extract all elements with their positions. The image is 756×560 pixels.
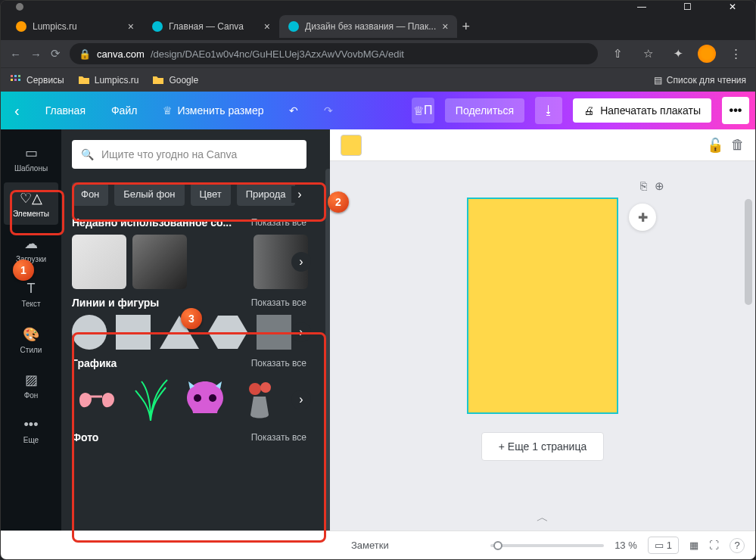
page-count[interactable]: ▭ 1 <box>648 537 679 554</box>
chevron-right-icon[interactable]: › <box>291 186 306 203</box>
shape-hexagon[interactable] <box>208 316 247 349</box>
add-page-button[interactable]: + Еще 1 страница <box>481 432 604 461</box>
shape-rounded[interactable] <box>257 315 291 350</box>
search-placeholder: Ищите что угодно на Canva <box>101 148 237 160</box>
design-page[interactable] <box>467 198 618 414</box>
chip-bg[interactable]: Фон <box>72 182 108 206</box>
rail-text[interactable]: T Текст <box>4 273 58 316</box>
bookmark-lumpics[interactable]: Lumpics.ru <box>78 74 139 86</box>
list-icon: ▤ <box>654 75 662 86</box>
home-link[interactable]: Главная <box>38 100 93 121</box>
search-input[interactable]: 🔍 Ищите что угодно на Canva <box>72 140 306 169</box>
tab-lumpics[interactable]: Lumpics.ru × <box>7 15 143 38</box>
rail-elements[interactable]: ♡△ Элементы <box>4 182 58 225</box>
chevron-right-icon[interactable]: › <box>291 390 311 409</box>
shape-circle[interactable] <box>72 315 107 350</box>
undo-button[interactable]: ↶ <box>282 100 306 121</box>
rail-background[interactable]: ▨ Фон <box>4 364 58 406</box>
download-button[interactable]: ⭳ <box>535 97 562 124</box>
duplicate-page-icon[interactable]: ⎘ <box>640 179 647 193</box>
see-all-shapes[interactable]: Показать все <box>251 297 306 308</box>
print-button[interactable]: 🖨 Напечатать плакаты <box>573 98 711 123</box>
svg-rect-4 <box>14 79 17 81</box>
reading-list[interactable]: ▤ Список для чтения <box>654 75 746 86</box>
min-button[interactable]: — <box>628 0 655 17</box>
share-button[interactable]: Поделиться <box>445 98 524 123</box>
comment-bubble[interactable]: ✚ <box>629 204 656 231</box>
zoom-value[interactable]: 13 % <box>614 540 637 551</box>
annotation-3: 3 <box>181 308 202 329</box>
uploads-icon: ☁ <box>24 235 38 252</box>
lock-icon[interactable]: 🔓 <box>707 137 723 154</box>
templates-icon: ▭ <box>25 145 38 161</box>
graphic-vase[interactable] <box>235 375 284 424</box>
address-bar: ← → ⟳ 🔒 canva.com /design/DAEo1w0v4nc/Gu… <box>1 40 755 67</box>
rail-styles[interactable]: 🎨 Стили <box>4 319 58 361</box>
bookmark-label: Lumpics.ru <box>95 75 139 86</box>
forward-icon[interactable]: → <box>30 48 42 61</box>
graphic-skull[interactable] <box>181 375 229 424</box>
chevron-right-icon[interactable]: › <box>291 252 311 272</box>
back-icon[interactable]: ← <box>10 48 21 61</box>
premium-button[interactable]: ♕ П <box>412 98 434 123</box>
chevron-up-icon[interactable]: ︿ <box>537 510 549 526</box>
bookmark-label: Google <box>169 75 198 86</box>
chip-colors[interactable]: Цвет <box>191 182 231 206</box>
rail-templates[interactable]: ▭ Шаблоны <box>4 137 58 179</box>
url-field[interactable]: 🔒 canva.com /design/DAEo1w0v4nc/GuHELUej… <box>70 43 598 64</box>
redo-button[interactable]: ↷ <box>316 100 341 121</box>
bookmark-google[interactable]: Google <box>152 74 198 86</box>
graphic-glasses[interactable] <box>72 375 120 424</box>
app-menu-dot[interactable] <box>16 3 23 11</box>
bookmark-label: Сервисы <box>26 75 64 86</box>
profile-avatar[interactable] <box>698 45 716 63</box>
chip-nature[interactable]: Природа <box>237 182 295 206</box>
grid-view-icon[interactable]: ▦ <box>689 540 698 551</box>
rail-more[interactable]: ••• Еще <box>4 409 58 452</box>
share-url-icon[interactable]: ⇧ <box>607 43 628 64</box>
crown-icon: ♕ <box>163 104 173 117</box>
graphics-row: › <box>72 375 306 424</box>
extensions-icon[interactable]: ✦ <box>667 43 689 64</box>
vertical-scrollbar[interactable] <box>745 199 752 523</box>
close-icon[interactable]: × <box>128 20 134 33</box>
graphic-plant[interactable] <box>126 375 175 424</box>
recent-thumb[interactable] <box>193 235 247 289</box>
recent-thumb[interactable] <box>72 235 126 289</box>
back-chevron[interactable]: ‹ <box>7 98 27 124</box>
close-button[interactable]: ✕ <box>719 0 746 17</box>
zoom-slider[interactable] <box>490 544 604 547</box>
annotation-1: 1 <box>13 260 34 281</box>
notes-button[interactable]: Заметки <box>351 540 389 551</box>
new-tab-button[interactable]: + <box>462 19 470 35</box>
canvas-scroll[interactable]: ⎘ ⊕ ✚ + Еще 1 страница ︿ <box>330 161 755 530</box>
close-icon[interactable]: × <box>442 20 448 33</box>
elements-panel: 🔍 Ищите что угодно на Canva Фон Белый фо… <box>61 129 330 530</box>
close-icon[interactable]: × <box>264 20 270 33</box>
more-button[interactable]: ••• <box>722 97 749 124</box>
see-all-recent[interactable]: Показать все <box>251 217 306 228</box>
recent-thumb[interactable] <box>132 235 187 289</box>
star-icon[interactable]: ☆ <box>637 43 658 64</box>
chips-row: Фон Белый фон Цвет Природа › <box>72 182 306 206</box>
chevron-right-icon[interactable]: › <box>291 322 311 342</box>
elements-icon: ♡△ <box>20 190 42 207</box>
chip-white-bg[interactable]: Белый фон <box>114 182 184 206</box>
bookmark-services[interactable]: Сервисы <box>10 74 64 86</box>
tab-canva-home[interactable]: Главная — Canva × <box>143 15 279 38</box>
fullscreen-icon[interactable]: ⛶ <box>709 540 719 551</box>
max-button[interactable]: ☐ <box>674 0 701 17</box>
resize-button[interactable]: ♕ Изменить размер <box>155 100 271 121</box>
trash-icon[interactable]: 🗑 <box>731 137 745 153</box>
see-all-photo[interactable]: Показать все <box>251 432 306 443</box>
add-page-icon[interactable]: ⊕ <box>655 179 664 193</box>
help-icon[interactable]: ? <box>730 538 745 553</box>
file-menu[interactable]: Файл <box>104 100 145 121</box>
see-all-graphics[interactable]: Показать все <box>251 358 306 369</box>
tab-canva-design[interactable]: Дизайн без названия — Плак... × <box>279 15 457 38</box>
menu-icon[interactable]: ⋮ <box>725 43 746 64</box>
print-icon: 🖨 <box>583 104 594 117</box>
reload-icon[interactable]: ⟳ <box>51 47 61 61</box>
shape-square[interactable] <box>116 315 151 350</box>
color-swatch[interactable] <box>341 135 362 156</box>
